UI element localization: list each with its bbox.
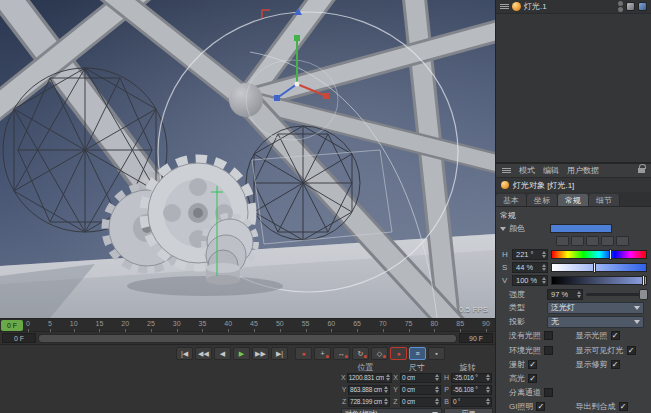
size-z-field[interactable]: 0 cm [400, 397, 441, 407]
coord-mode-dropdown[interactable]: 对象(相对) [341, 408, 442, 413]
timeline-scrollbar[interactable] [38, 334, 457, 343]
checkbox[interactable] [544, 331, 553, 340]
color-rgb-icon[interactable] [601, 236, 614, 246]
expander-icon[interactable] [500, 227, 506, 231]
spinner-arrows[interactable] [433, 374, 439, 381]
option-show-illumination[interactable]: 显示光照 ✓ [574, 330, 648, 341]
saturation-field[interactable]: 44 % [512, 262, 548, 273]
play-button[interactable]: ▶ [233, 347, 250, 360]
checkbox[interactable]: ✓ [627, 346, 636, 355]
rotation-p-field[interactable]: -56.108 ° [451, 385, 492, 395]
option-specular[interactable]: 高光 ✓ [500, 373, 574, 384]
record-button[interactable]: ● [295, 347, 312, 360]
tab-details[interactable]: 细节 [589, 194, 620, 206]
checkbox[interactable] [544, 388, 553, 397]
option-ambient-illumination[interactable]: 环境光照 [500, 345, 574, 356]
checkbox[interactable] [544, 346, 553, 355]
solo-button[interactable]: ▪ [428, 347, 445, 360]
checkbox[interactable]: ✓ [528, 374, 537, 383]
option-diffuse[interactable]: 漫射 ✓ [500, 359, 574, 370]
goto-start-button[interactable]: |◀ [176, 347, 193, 360]
option-show-clipping[interactable]: 显示修剪 ✓ [574, 359, 648, 370]
goto-end-button[interactable]: ▶| [271, 347, 288, 360]
attribute-menu-icon[interactable] [502, 168, 511, 173]
spinner-arrows[interactable] [484, 386, 490, 393]
color-spectrum-icon[interactable] [571, 236, 584, 246]
hue-slider[interactable] [551, 250, 647, 259]
value-slider[interactable] [551, 276, 647, 285]
checkbox[interactable]: ✓ [611, 360, 620, 369]
rotation-h-field[interactable]: -25.016 ° [451, 373, 492, 383]
checkbox[interactable]: ✓ [611, 331, 620, 340]
spinner-arrows[interactable] [382, 386, 388, 393]
range-start-field[interactable]: 0 F [2, 333, 36, 343]
option-separate-pass[interactable]: 分离通道 [500, 387, 574, 398]
timeline-ticks: 0 5 10 15 20 25 30 35 40 45 50 55 60 65 … [26, 319, 490, 332]
lock-icon[interactable] [638, 168, 645, 173]
prev-frame-button[interactable]: ◀ [214, 347, 231, 360]
spinner-arrows[interactable] [382, 398, 388, 405]
spinner-arrows[interactable] [540, 264, 546, 271]
position-x-field[interactable]: 1200.831 cm [347, 373, 392, 383]
option-show-visible-light[interactable]: 显示可见灯光 ✓ [574, 345, 648, 356]
tab-coordinates[interactable]: 坐标 [527, 194, 558, 206]
color-wheel-icon[interactable] [556, 236, 569, 246]
timeline-ruler[interactable]: 0 5 10 15 20 25 30 35 40 45 50 55 60 65 … [0, 319, 495, 332]
spinner-arrows[interactable] [433, 386, 439, 393]
range-end-field[interactable]: 90 F [459, 333, 493, 343]
next-key-button[interactable]: ▶▶ [252, 347, 269, 360]
checkbox[interactable]: ✓ [528, 360, 537, 369]
tab-general[interactable]: 常规 [558, 194, 589, 206]
hue-field[interactable]: 221 ° [512, 249, 548, 260]
position-z-field[interactable]: 728.199 cm [348, 397, 390, 407]
visibility-dots[interactable] [618, 1, 623, 12]
spinner-arrows[interactable] [540, 277, 546, 284]
record-scale-button[interactable]: ↔ [333, 347, 350, 360]
checkbox[interactable]: ✓ [536, 402, 545, 411]
option-export-to-compositing[interactable]: 导出到合成 ✓ [574, 401, 648, 412]
keyframe-selection-button[interactable]: ≡ [409, 347, 426, 360]
section-general: 常规 [500, 210, 647, 221]
record-rotation-button[interactable]: ↻ [352, 347, 369, 360]
intensity-field[interactable]: 97 % [547, 289, 583, 300]
object-row-light[interactable]: 灯光.1 [496, 0, 651, 14]
option-no-illumination[interactable]: 没有光照 [500, 330, 574, 341]
tab-basic[interactable]: 基本 [496, 194, 527, 206]
rotation-b-field[interactable]: 0 ° [451, 397, 492, 407]
intensity-slider[interactable] [586, 293, 644, 296]
value-field[interactable]: 100 % [512, 275, 548, 286]
current-frame-knob[interactable]: 0 F [1, 320, 23, 331]
object-manager-menu-icon[interactable] [500, 4, 509, 9]
prev-key-button[interactable]: ◀◀ [195, 347, 212, 360]
autokey-button[interactable]: ● [390, 347, 407, 360]
option-gi-illumination[interactable]: GI照明 ✓ [500, 401, 574, 412]
menu-edit[interactable]: 编辑 [543, 165, 559, 176]
record-position-button[interactable]: + [314, 347, 331, 360]
color-swatch[interactable] [550, 224, 612, 233]
size-y-field[interactable]: 0 cm [400, 385, 441, 395]
texture-tag-icon[interactable] [638, 2, 647, 11]
viewport-3d[interactable]: 0.5 FPS [0, 0, 495, 318]
size-x-field[interactable]: 0 cm [400, 373, 441, 383]
spinner-arrows[interactable] [433, 398, 439, 405]
apply-button[interactable]: 应用 [444, 408, 493, 413]
shadow-type-dropdown[interactable]: 无 [547, 316, 644, 328]
scrollbar-thumb[interactable] [39, 335, 456, 342]
color-swatches-icon[interactable] [616, 236, 629, 246]
spinner-arrows[interactable] [484, 374, 490, 381]
spinner-arrows[interactable] [575, 291, 581, 298]
viewport-canvas[interactable] [0, 0, 495, 318]
compositing-tag-icon[interactable] [626, 2, 635, 11]
menu-user-data[interactable]: 用户数据 [567, 165, 599, 176]
saturation-slider[interactable] [551, 263, 647, 272]
object-name[interactable]: 灯光.1 [524, 1, 547, 12]
menu-mode[interactable]: 模式 [519, 165, 535, 176]
record-parameter-button[interactable]: ◇ [371, 347, 388, 360]
color-picker-icon[interactable] [586, 236, 599, 246]
checkbox[interactable]: ✓ [619, 402, 628, 411]
spinner-arrows[interactable] [540, 251, 546, 258]
position-y-field[interactable]: 863.888 cm [348, 385, 390, 395]
spinner-arrows[interactable] [484, 398, 490, 405]
spinner-arrows[interactable] [384, 374, 390, 381]
light-type-dropdown[interactable]: 泛光灯 [547, 302, 644, 314]
